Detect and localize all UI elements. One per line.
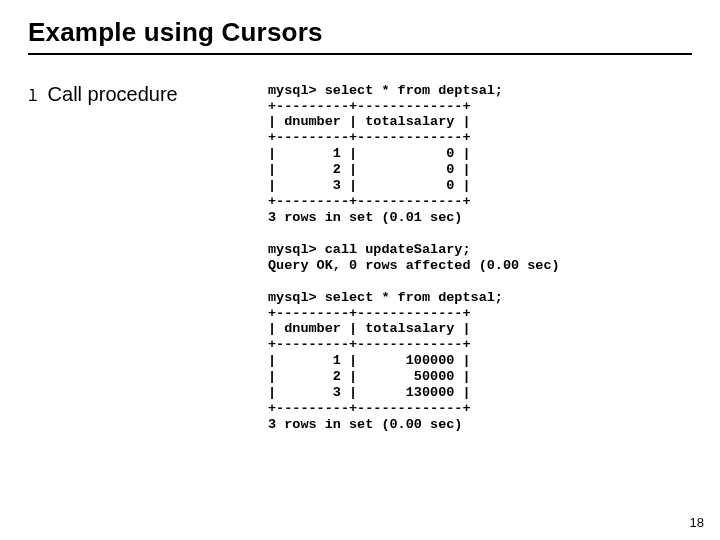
code-block: mysql> select * from deptsal; +---------… [268,83,560,433]
slide-body: l Call procedure mysql> select * from de… [28,83,692,433]
bullet-list: l Call procedure [28,83,268,106]
bullet-marker: l [28,87,38,105]
bullet-text: Call procedure [48,83,178,106]
bullet-item: l Call procedure [28,83,268,106]
page-number: 18 [690,515,704,530]
slide: Example using Cursors l Call procedure m… [0,0,720,540]
slide-title: Example using Cursors [28,18,692,47]
title-underline [28,53,692,55]
